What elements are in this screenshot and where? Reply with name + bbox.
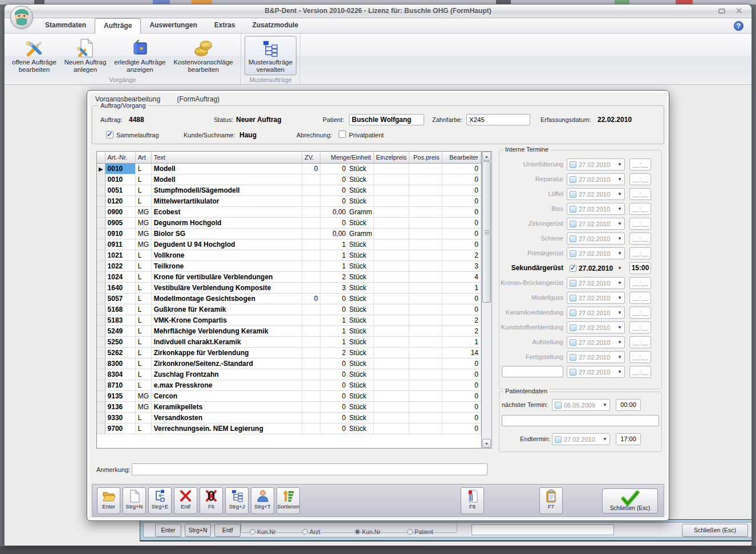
tab-stammdaten[interactable]: Stammdaten: [36, 18, 95, 33]
cell-pos-preis[interactable]: [409, 271, 442, 282]
table-row[interactable]: 5250LIndivduell charakt.Keramik1Stück1: [97, 336, 481, 347]
table-row[interactable]: 5262LZirkonkappe für Verblendung2Stück14: [97, 347, 481, 358]
cell-art[interactable]: MG: [135, 239, 151, 250]
cell-bearbeiter[interactable]: 0: [442, 185, 481, 195]
cell-text[interactable]: VMK-Krone Compartis: [151, 315, 302, 325]
search-input[interactable]: [472, 524, 614, 535]
chevron-down-icon[interactable]: ▼: [603, 402, 607, 408]
row-selector[interactable]: [97, 174, 105, 185]
termin-time-field[interactable]: __:__: [629, 321, 651, 333]
termin-time-field[interactable]: __:__: [629, 336, 651, 348]
cell-art-nr[interactable]: 0911: [105, 239, 135, 250]
radio-icon[interactable]: [407, 529, 413, 535]
cell-bearbeiter[interactable]: 0: [442, 369, 481, 380]
cell-einzelpreis[interactable]: [373, 293, 409, 304]
entf-button-background[interactable]: Entf: [214, 524, 241, 537]
chevron-down-icon[interactable]: ▼: [617, 355, 622, 360]
endtermin-date-combo[interactable]: 27.02.2010 ▼: [552, 433, 610, 445]
termin-date-combo[interactable]: 27.02.2010▼: [567, 336, 625, 348]
cell-einzelpreis[interactable]: [373, 271, 409, 282]
enter-button[interactable]: Enter: [97, 487, 120, 514]
anmerkung-input[interactable]: [132, 463, 487, 475]
table-row[interactable]: 8300LZirkonkrone/Seitenz.-Standard0Stück…: [97, 358, 481, 369]
cell-menge-einheit[interactable]: 0Stück: [320, 304, 373, 315]
cell-menge-einheit[interactable]: 1Stück: [320, 336, 373, 347]
cell-einzelpreis[interactable]: [373, 369, 409, 380]
chevron-down-icon[interactable]: ▼: [617, 192, 622, 197]
cell-zv[interactable]: [302, 358, 320, 369]
cell-pos-preis[interactable]: [409, 304, 442, 315]
date-checkbox[interactable]: [570, 309, 576, 316]
cell-einzelpreis[interactable]: [373, 163, 409, 174]
table-row[interactable]: 1022LTeilkrone1Stück3: [97, 260, 481, 271]
cell-zv[interactable]: [302, 239, 320, 250]
cell-menge-einheit[interactable]: 1Stück: [320, 315, 373, 325]
cell-text[interactable]: Modell: [151, 174, 302, 185]
cell-menge-einheit[interactable]: 0Stück: [320, 217, 373, 228]
naechster-termin-date-combo[interactable]: 05.05.2009 ▼: [552, 399, 610, 411]
cell-einzelpreis[interactable]: [373, 315, 409, 325]
scroll-down-icon[interactable]: ▼: [482, 439, 491, 448]
cell-bearbeiter[interactable]: 0: [442, 217, 481, 228]
table-row[interactable]: 1021LVollkrone1Stück2: [97, 250, 481, 260]
column-header-zv-[interactable]: ZV.: [302, 152, 320, 163]
cell-pos-preis[interactable]: [409, 282, 442, 293]
date-checkbox[interactable]: [570, 369, 576, 376]
cell-art-nr[interactable]: 9135: [105, 390, 135, 401]
chevron-down-icon[interactable]: ▼: [617, 162, 622, 167]
cell-zv[interactable]: [302, 390, 320, 401]
cell-pos-preis[interactable]: [409, 217, 442, 228]
zahnfarbe-input[interactable]: [466, 114, 530, 125]
cell-art[interactable]: L: [135, 412, 151, 423]
cell-menge-einheit[interactable]: 3Stück: [320, 282, 373, 293]
cell-bearbeiter[interactable]: 0: [442, 380, 481, 390]
termin-date-combo[interactable]: 27.02.2010▼: [567, 188, 625, 200]
row-selector[interactable]: [97, 369, 105, 380]
cell-einzelpreis[interactable]: [373, 401, 409, 412]
cell-menge-einheit[interactable]: 1Stück: [320, 260, 373, 271]
cell-pos-preis[interactable]: [409, 369, 442, 380]
radio-option[interactable]: Kun.Nr: [355, 528, 381, 535]
cell-art-nr[interactable]: 5250: [105, 336, 135, 347]
cell-menge-einheit[interactable]: 0Stück: [320, 390, 373, 401]
termin-date-combo[interactable]: 27.02.2010▼: [567, 277, 625, 289]
cell-text[interactable]: Cercon: [151, 390, 302, 401]
termin-date-combo[interactable]: 27.02.2010▼: [567, 321, 625, 333]
cell-einzelpreis[interactable]: [373, 250, 409, 260]
minimize-icon[interactable]: [718, 9, 725, 14]
sammelauftrag-checkbox[interactable]: [106, 131, 113, 138]
cell-pos-preis[interactable]: [409, 401, 442, 412]
cell-art[interactable]: L: [135, 325, 151, 336]
date-checkbox[interactable]: [570, 265, 576, 272]
row-selector[interactable]: [97, 412, 105, 423]
cell-einzelpreis[interactable]: [373, 185, 409, 195]
radio-icon[interactable]: [355, 529, 360, 535]
cell-text[interactable]: e.max Presskrone: [151, 380, 302, 390]
cell-bearbeiter[interactable]: 1: [442, 282, 481, 293]
cell-einzelpreis[interactable]: [373, 423, 409, 434]
cell-bearbeiter[interactable]: 0: [442, 195, 481, 206]
cell-einzelpreis[interactable]: [373, 195, 409, 206]
cell-art[interactable]: L: [135, 380, 151, 390]
row-selector[interactable]: [97, 217, 105, 228]
cell-pos-preis[interactable]: [409, 206, 442, 217]
table-row[interactable]: 9330LVersandkosten0Stück0: [97, 412, 481, 423]
strg-n-button-background[interactable]: Strg+N: [185, 524, 211, 537]
cell-pos-preis[interactable]: [409, 423, 442, 434]
scroll-up-icon[interactable]: ▲: [482, 152, 491, 161]
cell-zv[interactable]: [302, 336, 320, 347]
cell-art-nr[interactable]: 8304: [105, 369, 135, 380]
cell-text[interactable]: Degudent U 94 Hochglod: [151, 239, 302, 250]
cell-art-nr[interactable]: 0910: [105, 228, 135, 239]
cell-pos-preis[interactable]: [409, 250, 442, 260]
row-selector[interactable]: [97, 271, 105, 282]
chevron-down-icon[interactable]: ▼: [603, 437, 607, 442]
cell-menge-einheit[interactable]: 0Stück: [320, 163, 373, 174]
date-checkbox[interactable]: [570, 191, 576, 198]
cell-einzelpreis[interactable]: [373, 325, 409, 336]
cell-zv[interactable]: [302, 195, 320, 206]
termin-time-field[interactable]: __:__: [629, 292, 651, 304]
date-checkbox[interactable]: [570, 221, 576, 227]
cell-art-nr[interactable]: 1021: [105, 250, 135, 260]
cell-pos-preis[interactable]: [409, 260, 442, 271]
